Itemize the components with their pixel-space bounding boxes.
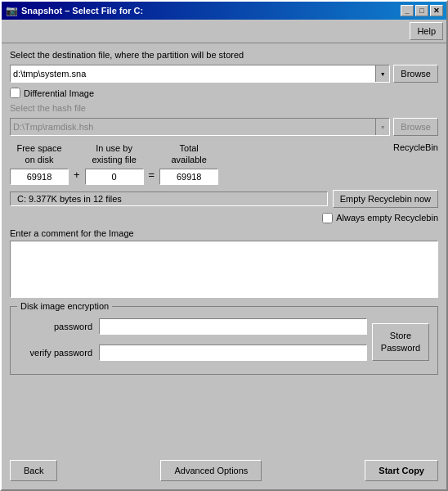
help-button[interactable]: Help bbox=[410, 22, 443, 40]
window-title: Snapshot – Select File for C: bbox=[21, 6, 401, 16]
store-password-button[interactable]: StorePassword bbox=[372, 323, 429, 361]
free-space-value[interactable] bbox=[10, 169, 69, 185]
back-button[interactable]: Back bbox=[10, 460, 57, 481]
filepath-input[interactable] bbox=[11, 68, 375, 79]
comment-section: Enter a comment for the Image bbox=[10, 228, 438, 298]
differential-row: Differential Image bbox=[10, 88, 438, 98]
empty-recycle-button[interactable]: Empty Recyclebin now bbox=[333, 190, 438, 208]
total-label: Totalavailable bbox=[171, 142, 206, 166]
total-value[interactable] bbox=[159, 169, 218, 185]
always-recycle-checkbox[interactable] bbox=[322, 213, 333, 223]
always-recycle-label: Always empty Recyclebin bbox=[336, 213, 438, 223]
inuse-label: In use byexisting file bbox=[92, 142, 136, 166]
close-button[interactable]: ✕ bbox=[430, 5, 443, 16]
hash-label: Select the hash file bbox=[10, 103, 438, 113]
equals-operator: = bbox=[146, 169, 159, 181]
hash-dropdown-arrow: ▼ bbox=[375, 119, 389, 135]
filepath-combo[interactable]: ▼ bbox=[10, 65, 390, 83]
always-recycle-row: Always empty Recyclebin bbox=[10, 213, 438, 223]
hash-combo: ▼ bbox=[10, 118, 390, 136]
app-icon: 📷 bbox=[5, 4, 18, 17]
comment-label: Enter a comment for the Image bbox=[10, 228, 438, 238]
verify-label: verify password bbox=[19, 348, 92, 358]
hash-input bbox=[11, 121, 375, 133]
recycle-label: RecycleBin bbox=[393, 142, 438, 152]
differential-checkbox[interactable] bbox=[10, 88, 20, 98]
encryption-group-title: Disk image encryption bbox=[17, 301, 112, 311]
filepath-row: ▼ Browse bbox=[10, 65, 438, 83]
recycle-info: C: 9.377K bytes in 12 files bbox=[10, 191, 328, 206]
password-input[interactable] bbox=[99, 318, 367, 335]
verify-input[interactable] bbox=[99, 345, 367, 361]
encryption-group: Disk image encryption password verify pa… bbox=[10, 306, 438, 375]
bottom-buttons: Back Advanced Options Start Copy bbox=[2, 455, 446, 489]
free-space-label: Free spaceon disk bbox=[16, 142, 61, 166]
hash-row: ▼ Browse bbox=[10, 118, 438, 136]
password-row: password bbox=[19, 318, 367, 335]
filepath-dropdown-arrow[interactable]: ▼ bbox=[375, 65, 389, 82]
minimize-button[interactable]: _ bbox=[401, 5, 414, 16]
maximize-button[interactable]: □ bbox=[415, 5, 428, 16]
differential-label: Differential Image bbox=[24, 88, 94, 98]
advanced-options-button[interactable]: Advanced Options bbox=[160, 460, 262, 481]
dest-label: Select the destination file, where the p… bbox=[10, 50, 438, 60]
start-copy-button[interactable]: Start Copy bbox=[365, 460, 438, 481]
hash-browse-button: Browse bbox=[393, 118, 438, 136]
comment-textarea[interactable] bbox=[10, 241, 438, 298]
verify-row: verify password bbox=[19, 345, 367, 361]
plus-operator: + bbox=[70, 169, 83, 181]
inuse-value[interactable] bbox=[85, 169, 144, 185]
password-label: password bbox=[19, 322, 92, 331]
browse-button[interactable]: Browse bbox=[393, 65, 438, 83]
